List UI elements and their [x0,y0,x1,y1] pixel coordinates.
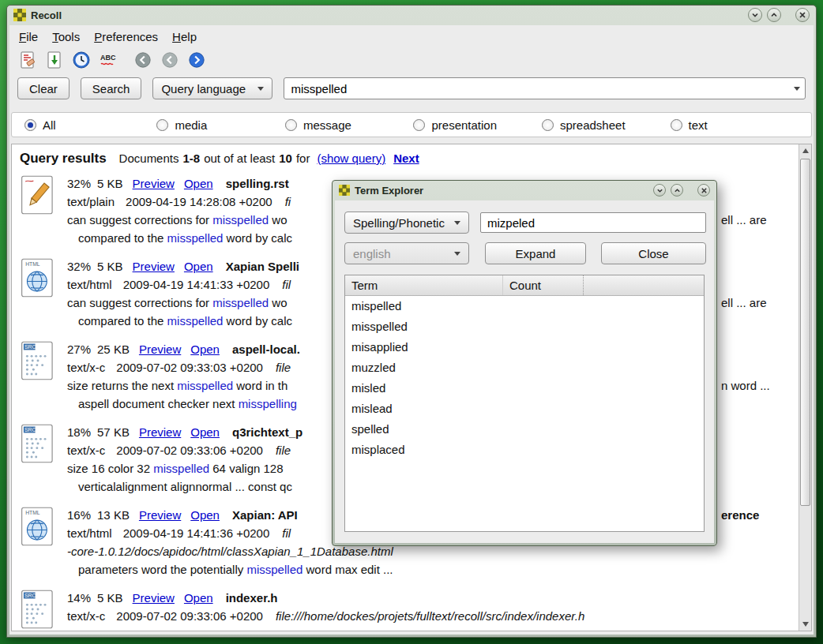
term-row[interactable]: misplaced [345,440,704,460]
radio-icon[interactable] [285,119,297,131]
close-icon[interactable] [697,184,710,197]
radio-icon[interactable] [413,119,425,131]
source-icon: SRC [20,423,56,464]
results-scrollbar[interactable] [799,144,811,631]
term-row[interactable]: mislead [345,399,704,419]
highlighted-term: misspelled [167,314,224,328]
result-url: file [276,444,291,457]
term-mode-select[interactable]: Spelling/Phonetic [344,212,469,234]
open-link[interactable]: Open [190,508,220,522]
radio-icon[interactable] [24,119,36,131]
close-dialog-button[interactable]: Close [601,242,706,264]
filter-option-message[interactable]: message [285,118,414,132]
preview-link[interactable]: Preview [139,508,181,522]
open-link[interactable]: Open [190,343,220,356]
preview-link[interactable]: Preview [139,425,181,439]
count-cell [503,399,584,419]
count-column-header[interactable]: Count [503,275,584,295]
clear-button[interactable]: Clear [17,77,70,99]
count-cell [503,296,584,316]
svg-text:HTML: HTML [25,510,40,515]
term-table: Term Count mispelledmisspelledmisapplied… [344,275,705,532]
count-cell [503,337,584,358]
query-language-label: Query language [161,82,246,95]
menu-preferences[interactable]: Preferences [94,30,158,43]
menu-file[interactable]: File [19,30,38,43]
result-relevance: 32% [67,260,91,273]
radio-icon[interactable] [542,119,554,131]
page-previous-icon[interactable] [160,50,180,70]
open-link[interactable]: Open [190,425,220,439]
text-plain-icon [20,174,56,215]
term-input[interactable] [480,212,706,233]
page-back-icon[interactable] [133,50,153,70]
result-url: fil [282,526,291,540]
shade-down-icon[interactable] [653,184,666,197]
filter-label: spreadsheet [560,118,626,132]
filter-option-presentation[interactable]: presentation [413,118,542,132]
shade-up-icon[interactable] [671,184,683,197]
shade-up-icon[interactable] [767,8,781,22]
open-link[interactable]: Open [184,177,213,190]
snippet-text: word by calc [223,314,292,328]
result-mime: text/x-c [67,361,105,374]
next-page-link[interactable]: Next [393,152,419,165]
preview-link[interactable]: Preview [139,343,181,356]
search-button[interactable]: Search [81,77,142,99]
query-dropdown-button[interactable] [789,78,805,99]
radio-icon[interactable] [156,119,168,131]
spellcheck-icon[interactable]: ABC [98,50,118,70]
preview-link[interactable]: Preview [133,591,175,605]
language-select[interactable]: english [344,242,469,264]
scroll-down-button[interactable] [799,618,811,631]
highlighted-term: misspelled [212,296,269,309]
term-row[interactable]: muzzled [345,358,704,378]
snippet-text: compared to the [78,314,167,328]
snippet-text: word max edit ... [303,563,393,576]
chevron-down-icon [794,87,800,91]
clear-search-icon[interactable] [17,50,38,70]
count-cell [503,440,584,460]
preview-link[interactable]: Preview [133,177,175,190]
dialog-titlebar[interactable]: Term Explorer [333,181,716,200]
snippet-text: wo [269,213,287,227]
query-input[interactable] [284,78,789,99]
term-row[interactable]: spelled [345,419,704,440]
result-relevance: 32% [67,177,91,190]
result-size: 13 KB [97,508,130,522]
term-row[interactable]: misapplied [345,337,704,358]
open-link[interactable]: Open [184,260,213,273]
term-row[interactable]: misspelled [345,316,704,337]
result-title: q3richtext_p [232,425,303,439]
page-next-icon[interactable] [186,50,207,70]
expand-button[interactable]: Expand [485,242,586,264]
term-row[interactable]: misled [345,378,704,399]
show-query-link[interactable]: (show query) [317,152,385,165]
result-relevance: 18% [67,425,91,439]
dialog-title: Term Explorer [355,185,423,197]
save-query-icon[interactable] [44,50,65,70]
menu-help[interactable]: Help [172,30,197,43]
filter-option-spreadsheet[interactable]: spreadsheet [542,118,671,132]
result-date: 2009-04-19 14:28:08 +0200 [126,195,272,208]
window-titlebar[interactable]: Recoll [7,6,816,24]
close-icon[interactable] [795,8,810,22]
radio-icon[interactable] [671,119,682,131]
result-text-fragment: ell ... are [721,294,767,312]
highlighted-term: misspelled [153,462,209,475]
filter-option-media[interactable]: media [156,118,285,132]
preview-link[interactable]: Preview [133,260,175,273]
scroll-up-button[interactable] [799,144,811,157]
open-link[interactable]: Open [184,591,213,605]
history-icon[interactable] [71,50,92,70]
filter-option-All[interactable]: All [24,118,156,132]
filter-option-text[interactable]: text [671,118,799,132]
menu-tools[interactable]: Tools [52,30,80,43]
query-language-select[interactable]: Query language [152,77,272,99]
scrollbar-thumb[interactable] [800,159,810,506]
term-column-header[interactable]: Term [345,275,503,295]
count-cell [503,358,584,378]
result-date: 2009-07-02 09:33:06 +0200 [116,444,263,457]
shade-down-icon[interactable] [748,8,762,22]
term-row[interactable]: mispelled [345,296,704,316]
